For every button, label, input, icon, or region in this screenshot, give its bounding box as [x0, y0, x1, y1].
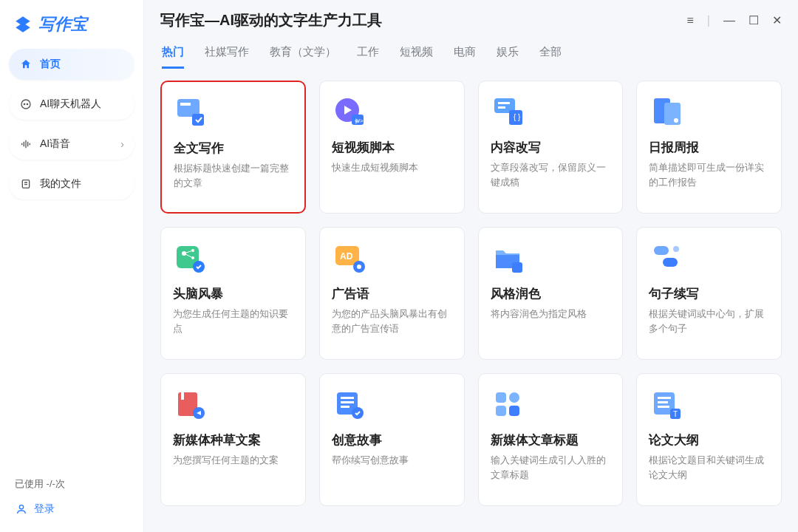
card-title: 全文写作	[174, 140, 293, 157]
usage-text: 已使用 -/-次	[15, 477, 129, 491]
card-polish[interactable]: 风格润色 将内容润色为指定风格	[478, 227, 624, 360]
svg-rect-46	[658, 401, 668, 403]
card-brainstorm[interactable]: 头脑风暴 为您生成任何主题的知识要点	[160, 227, 306, 360]
nav-label: AI聊天机器人	[40, 98, 101, 111]
divider: |	[707, 14, 710, 27]
tab-hot[interactable]: 热门	[162, 45, 184, 69]
card-title: 风格润色	[491, 285, 611, 302]
card-title: 创意故事	[332, 432, 452, 449]
card-desc: 为您生成任何主题的知识要点	[173, 307, 293, 335]
svg-rect-33	[181, 392, 184, 400]
card-title: 句子续写	[649, 285, 769, 302]
svg-rect-37	[341, 401, 354, 403]
folder-icon	[491, 241, 526, 276]
tab-all[interactable]: 全部	[539, 45, 562, 69]
sidebar-bottom: 已使用 -/-次 登录	[9, 471, 134, 522]
svg-rect-7	[192, 114, 204, 126]
svg-rect-47	[658, 406, 669, 408]
titlebar: 写作宝—AI驱动的文字生产力工具 ≡ | — ☐ ✕	[144, 0, 798, 35]
nav-home[interactable]: 首页	[9, 49, 134, 80]
grid-icon	[491, 387, 526, 423]
card-grass[interactable]: 新媒体种草文案 为您撰写任何主题的文案	[160, 373, 306, 506]
card-desc: 将内容润色为指定风格	[491, 307, 611, 321]
svg-point-18	[674, 118, 678, 123]
card-desc: 文章段落改写，保留原义一键成稿	[491, 160, 611, 189]
home-icon	[19, 58, 33, 71]
card-desc: 输入关键词生成引人入胜的文章标题	[491, 453, 611, 482]
card-title: 短视频脚本	[332, 139, 452, 156]
close-icon[interactable]: ✕	[772, 13, 782, 27]
svg-rect-30	[663, 258, 678, 267]
logo-text: 写作宝	[38, 13, 87, 35]
card-outline[interactable]: T 论文大纲 根据论文题目和关键词生成论文大纲	[636, 373, 782, 506]
card-desc: 为您的产品头脑风暴出有创意的广告宣传语	[332, 307, 452, 335]
card-desc: 快速生成短视频脚本	[332, 160, 452, 175]
nav-voice[interactable]: AI语音 ›	[9, 129, 134, 160]
nav-files[interactable]: 我的文件	[9, 168, 134, 200]
card-desc: 帮你续写创意故事	[332, 453, 452, 468]
card-fulltext[interactable]: 全文写作 根据标题快速创建一篇完整的文章	[160, 81, 306, 214]
svg-text:AD: AD	[340, 251, 353, 262]
card-title: 新媒体文章标题	[491, 432, 611, 449]
card-story[interactable]: 创意故事 帮你续写创意故事	[319, 373, 465, 506]
voice-icon	[19, 137, 33, 151]
card-ad[interactable]: AD 广告语 为您的产品头脑风暴出有创意的广告宣传语	[319, 227, 465, 360]
tab-work[interactable]: 工作	[357, 45, 379, 69]
card-report[interactable]: 日报周报 简单描述即可生成一份详实的工作报告	[636, 81, 782, 214]
nav-label: AI语音	[40, 137, 70, 151]
svg-rect-13	[498, 106, 505, 109]
svg-rect-6	[180, 103, 191, 106]
svg-point-31	[673, 246, 679, 252]
svg-point-27	[357, 265, 361, 269]
svg-rect-41	[509, 392, 519, 403]
window-controls: ≡ | — ☐ ✕	[687, 13, 782, 27]
mindmap-icon	[173, 241, 208, 276]
svg-rect-45	[658, 397, 671, 399]
main: 写作宝—AI驱动的文字生产力工具 ≡ | — ☐ ✕ 热门 社媒写作 教育（文学…	[144, 0, 798, 532]
card-title: 广告语	[332, 285, 452, 302]
card-sentence[interactable]: 句子续写 根据关键词或中心句，扩展多个句子	[636, 227, 782, 360]
svg-text:{ }: { }	[514, 113, 521, 121]
chevron-right-icon: ›	[120, 138, 124, 150]
svg-rect-17	[664, 103, 681, 125]
card-title: 论文大纲	[649, 432, 769, 449]
nav-chatbot[interactable]: AI聊天机器人	[9, 89, 134, 120]
svg-point-1	[24, 103, 24, 104]
svg-rect-28	[512, 262, 522, 273]
card-title: 日报周报	[649, 139, 769, 156]
svg-point-2	[27, 103, 27, 104]
doc-icon	[174, 95, 209, 131]
login-button[interactable]: 登录	[15, 502, 129, 516]
tab-social[interactable]: 社媒写作	[205, 45, 249, 69]
tab-entertain[interactable]: 娱乐	[497, 45, 519, 69]
report-icon	[649, 95, 684, 130]
tab-ecommerce[interactable]: 电商	[454, 45, 476, 69]
card-grid: 全文写作 根据标题快速创建一篇完整的文章 </> 短视频脚本 快速生成短视频脚本…	[144, 69, 798, 532]
svg-rect-43	[509, 406, 519, 416]
card-shortvideo[interactable]: </> 短视频脚本 快速生成短视频脚本	[319, 81, 465, 214]
chat-icon	[19, 98, 33, 111]
logo: 写作宝	[9, 10, 134, 49]
tabs: 热门 社媒写作 教育（文学） 工作 短视频 电商 娱乐 全部	[144, 35, 798, 69]
nav-label: 首页	[40, 58, 61, 71]
maximize-icon[interactable]: ☐	[748, 13, 759, 27]
tab-edu[interactable]: 教育（文学）	[270, 45, 336, 69]
svg-rect-36	[341, 397, 354, 399]
nav: 首页 AI聊天机器人 AI语音 › 我的文件	[9, 49, 134, 200]
app-title: 写作宝—AI驱动的文字生产力工具	[160, 10, 382, 30]
card-desc: 根据标题快速创建一篇完整的文章	[174, 161, 293, 190]
card-rewrite[interactable]: { } 内容改写 文章段落改写，保留原义一键成稿	[478, 81, 624, 214]
outline-icon: T	[649, 387, 684, 423]
user-icon	[15, 502, 28, 516]
card-title: 头脑风暴	[173, 285, 293, 302]
file-icon	[19, 177, 33, 191]
link-icon	[649, 241, 684, 276]
svg-text:T: T	[673, 410, 678, 418]
minimize-icon[interactable]: —	[723, 14, 735, 27]
menu-icon[interactable]: ≡	[687, 14, 694, 27]
card-desc: 根据论文题目和关键词生成论文大纲	[649, 453, 769, 482]
card-headline[interactable]: 新媒体文章标题 输入关键词生成引人入胜的文章标题	[478, 373, 624, 506]
card-desc: 根据关键词或中心句，扩展多个句子	[649, 307, 769, 335]
svg-rect-38	[341, 406, 349, 408]
tab-shortvideo[interactable]: 短视频	[400, 45, 433, 69]
